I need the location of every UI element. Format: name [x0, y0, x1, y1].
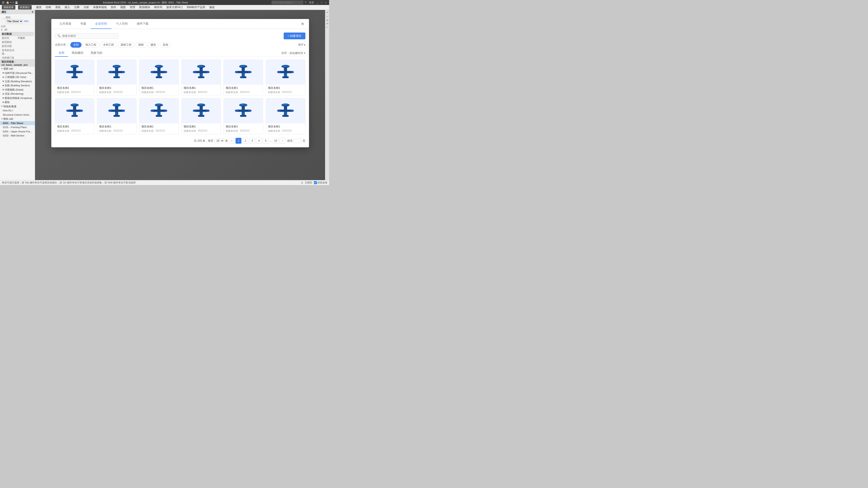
project-card-5[interactable]: 项目名称1 创建者名称 2022/2/2 — [266, 60, 305, 96]
zoom-in-btn[interactable]: + — [327, 11, 328, 14]
menu-insert[interactable]: 插入 — [64, 5, 71, 10]
menu-manage[interactable]: 管理 — [129, 5, 136, 10]
close-button[interactable]: × — [324, 1, 327, 4]
menu-modify[interactable]: 修改 — [209, 5, 216, 10]
svg-rect-46 — [282, 76, 289, 78]
project-card-7[interactable]: 项目名称1 创建者名称 2022/2/2 — [97, 98, 136, 134]
zoom-fit-btn[interactable]: ⊡ — [327, 19, 328, 22]
menu-components[interactable]: 构件坞 — [153, 5, 163, 10]
menu-family-lib[interactable]: 族库大师V6.1 — [165, 5, 184, 10]
tab-enterprise-space[interactable]: 企业空间 — [91, 19, 112, 29]
menu-structure[interactable]: 结构 — [45, 5, 52, 10]
tab-plugin-download[interactable]: 插件下载 — [132, 19, 153, 29]
menu-systems[interactable]: 系统 — [54, 5, 61, 10]
contact-button[interactable]: 联系我们 — [18, 5, 32, 9]
tree-struct-col-sched[interactable]: Structural Column Sche... — [0, 113, 35, 117]
tree-elevation[interactable]: ▶ 立面 (Building Elevation) — [0, 79, 35, 84]
cat-water-button[interactable]: 水利工程 — [100, 42, 117, 48]
tree-sheet-s001[interactable]: S001 - Title Sheet — [0, 121, 35, 125]
tree-sheet-s201[interactable]: S201 - Upper House Fra... — [0, 129, 35, 134]
svg-point-36 — [248, 71, 252, 73]
prev-page-button[interactable]: ‹ — [229, 138, 235, 144]
page-4-button[interactable]: 4 — [256, 138, 262, 144]
tree-sheet-s202[interactable]: S202 - Wall Section — [0, 133, 35, 138]
menu-analyze[interactable]: 分析 — [83, 5, 90, 10]
tree-3d-views[interactable]: ▶ 三维视图 (3D View) — [0, 75, 35, 79]
tree-schedules[interactable]: ▼ 明细表/数量 — [0, 104, 35, 109]
project-card-9[interactable]: 项目名称1 创建者名称 2022/2/2 — [182, 98, 221, 134]
authorize-button[interactable]: 授权登录 — [2, 5, 16, 9]
expand-categories-button[interactable]: 展开 ▾ — [298, 43, 305, 47]
tab-public-resources[interactable]: 公共资源 — [55, 19, 76, 29]
card-meta-2: 创建者名称 2022/2/2 — [141, 91, 177, 94]
maximize-button[interactable]: □ — [320, 1, 323, 4]
rotate-btn[interactable]: ↺ — [327, 22, 328, 25]
tab-topics[interactable]: 专题 — [76, 19, 91, 29]
card-info-9: 项目名称1 创建者名称 2022/2/2 — [182, 123, 221, 134]
filter-checkbox[interactable] — [314, 181, 317, 184]
cat-all-button[interactable]: 全部 — [70, 42, 82, 48]
project-card-6[interactable]: 项目名称1 创建者名称 2022/2/2 — [55, 98, 94, 134]
page-10-button[interactable]: 10 — [273, 138, 279, 144]
view-cube-btn[interactable]: □ — [327, 26, 328, 28]
tree-views-all[interactable]: ▼ 视图 (all) — [0, 67, 35, 71]
tree-sheets-node[interactable]: ▶ 图纸 — [0, 100, 35, 104]
page-1-button[interactable]: 1 — [236, 138, 241, 144]
menu-collaborate[interactable]: 协作 — [110, 5, 117, 10]
create-project-button[interactable]: + 创建项目 — [284, 33, 305, 39]
menu-view[interactable]: 视图 — [119, 5, 127, 10]
tab-personal-space[interactable]: 个人空间 — [112, 19, 132, 29]
page-3-button[interactable]: 3 — [249, 138, 255, 144]
global-search-input[interactable] — [272, 1, 303, 4]
tree-graphical-schedule[interactable]: ▶ 图形柱明细表 (Graphical... — [0, 96, 35, 100]
type-selector[interactable]: Title Sheet — [6, 19, 23, 23]
subtab-created[interactable]: 我创建的 — [68, 50, 87, 57]
tree-structural-plans[interactable]: ▶ 结构平面 (Structural Pla... — [0, 71, 35, 75]
zoom-out-btn[interactable]: − — [327, 15, 328, 18]
next-page-button[interactable]: › — [280, 138, 285, 144]
cat-electric-button[interactable]: 电力工程 — [83, 42, 99, 48]
project-card-4[interactable]: 项目名称1 创建者名称 2022/2/2 — [223, 60, 263, 96]
project-card-3[interactable]: 项目名称1 创建者名称 2022/2/2 — [182, 60, 221, 96]
menu-architecture[interactable]: 建筑 — [35, 5, 42, 10]
menu-addins[interactable]: 附加模块 — [138, 5, 151, 10]
login-button[interactable]: 登录 — [308, 1, 315, 4]
tree-rendering[interactable]: ▶ 渲染 (Rendering) — [0, 92, 35, 96]
page-2-button[interactable]: 2 — [242, 138, 248, 144]
subtab-participated[interactable]: 我参与的 — [87, 50, 106, 57]
project-card-8[interactable]: 项目名称1 创建者名称 2022/2/2 — [139, 98, 179, 134]
edit-type-btn[interactable]: 编辑... — [24, 20, 30, 23]
tree-sheet-s101[interactable]: S101 - Framing Plans — [0, 125, 35, 129]
minimize-button[interactable]: _ — [316, 1, 319, 4]
card-image-0 — [55, 60, 94, 85]
page-jump-input[interactable] — [293, 138, 302, 143]
properties-edit-icon[interactable]: ✎ — [32, 11, 33, 13]
project-card-0[interactable]: 项目名称1 创建者名称 2022/2/2 — [55, 60, 94, 96]
project-card-1[interactable]: 项目名称1 创建者名称 2022/2/2 — [97, 60, 136, 96]
per-page-selector[interactable]: 10 20 50 — [214, 138, 224, 143]
modal-close-button[interactable]: ✕ — [300, 21, 305, 27]
svg-rect-18 — [152, 71, 166, 73]
tree-section[interactable]: ▶ 剖面 (Building Section) — [0, 84, 35, 88]
project-card-10[interactable]: 项目名称1 创建者名称 2022/2/2 — [223, 98, 263, 134]
card-date-2: 2022/2/2 — [156, 91, 165, 94]
card-image-4 — [224, 60, 263, 85]
help-button[interactable]: ? — [304, 1, 307, 4]
cat-garden-button[interactable]: 园林 — [135, 42, 147, 48]
project-card-11[interactable]: 项目名称1 创建者名称 2022/2/2 — [266, 98, 305, 134]
keyword-search-input[interactable] — [62, 34, 107, 37]
sort-button[interactable]: 排序：按创建时间 ▾ — [281, 51, 305, 55]
subtab-all[interactable]: 全部 — [55, 50, 68, 57]
cat-architecture-button[interactable]: 建筑 — [148, 42, 159, 48]
tree-howdoi[interactable]: How Do I — [0, 108, 35, 113]
tree-sheets-all[interactable]: ▼ 图纸 (all) — [0, 117, 35, 121]
page-5-button[interactable]: 5 — [263, 138, 269, 144]
menu-massing[interactable]: 体量和场地 — [92, 5, 107, 10]
cat-landscape-eng-button[interactable]: 园林工程 — [118, 42, 134, 48]
project-card-2[interactable]: 项目名称1 创建者名称 2022/2/2 — [139, 60, 179, 96]
menu-bim-lib[interactable]: BIM构件产品库 — [186, 5, 206, 10]
tree-detail-view[interactable]: ▶ 详图视图 (Detail) — [0, 88, 35, 92]
menu-annotate[interactable]: 注释 — [73, 5, 81, 10]
cat-other-button[interactable]: 其他 — [160, 42, 171, 48]
svg-rect-93 — [284, 112, 287, 116]
